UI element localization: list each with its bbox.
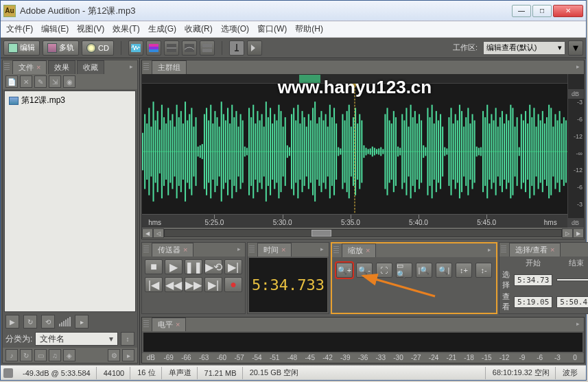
- tab-zoom[interactable]: 缩放×: [342, 243, 376, 257]
- fast-forward-button[interactable]: ▶▶: [185, 277, 202, 292]
- tab-effects[interactable]: 效果: [48, 60, 75, 74]
- menu-options[interactable]: 选项(O): [221, 23, 249, 35]
- menu-window[interactable]: 窗口(W): [257, 23, 287, 35]
- tab-selection-view[interactable]: 选择/查看×: [509, 243, 561, 256]
- tab-levels[interactable]: 电平×: [152, 318, 186, 331]
- show-options-button[interactable]: ⚙: [108, 349, 120, 361]
- minimize-button[interactable]: —: [512, 5, 531, 17]
- menu-generate[interactable]: 生成(G): [148, 23, 176, 35]
- workspace-select[interactable]: 编辑查看(默认): [483, 41, 565, 55]
- workspace-menu-button[interactable]: ▾: [568, 40, 583, 56]
- close-file-button[interactable]: ✕: [20, 75, 32, 88]
- import-file-button[interactable]: 📄: [5, 75, 18, 88]
- time-ruler[interactable]: hms 5:25.0 5:30.0 5:35.0 5:40.0 5:45.0 h…: [142, 214, 567, 228]
- preview-autoplay-button[interactable]: ↻: [23, 315, 37, 329]
- panel-grip-icon[interactable]: [143, 246, 149, 252]
- view-spectral-freq-button[interactable]: [146, 40, 161, 56]
- file-list[interactable]: 第12课.mp3: [4, 91, 136, 312]
- zoom-out-button[interactable]: 🔍-: [356, 263, 373, 278]
- menu-help[interactable]: 帮助(H): [295, 23, 323, 35]
- scroll-right-button[interactable]: ▶: [573, 228, 584, 238]
- view-spectral-pan-button[interactable]: [164, 40, 179, 56]
- close-button[interactable]: ✕: [553, 5, 583, 17]
- preview-volume-slider[interactable]: [59, 317, 71, 326]
- rewind-button[interactable]: ◀◀: [165, 277, 183, 292]
- play-looped-button[interactable]: ▶⟲: [204, 259, 222, 274]
- sort-order-button[interactable]: ↕: [121, 332, 134, 346]
- zoom-vertical-in-button[interactable]: ↕+: [456, 263, 472, 278]
- tab-time[interactable]: 时间×: [257, 243, 292, 256]
- playhead-marker-icon[interactable]: [351, 84, 357, 89]
- play-to-end-button[interactable]: ▶|: [224, 259, 242, 274]
- view-start-field[interactable]: 5:19.05: [514, 296, 552, 308]
- scroll-left-page-button[interactable]: ◁: [153, 228, 164, 238]
- preview-play-button[interactable]: ▶: [5, 315, 19, 329]
- advanced-button[interactable]: ▸: [122, 349, 134, 361]
- menu-file[interactable]: 文件(F): [6, 23, 33, 35]
- go-start-button[interactable]: |◀: [145, 277, 163, 292]
- zoom-in-button[interactable]: 🔍+: [336, 263, 353, 278]
- show-video-button[interactable]: ▭: [34, 349, 47, 361]
- preview-loop-button[interactable]: ⟲: [41, 315, 55, 329]
- view-spectral-phase-button[interactable]: [182, 40, 197, 56]
- show-loop-button[interactable]: ↻: [20, 349, 32, 361]
- mode-edit-button[interactable]: 编辑: [3, 40, 40, 56]
- menu-view[interactable]: 视图(V): [77, 23, 104, 35]
- panel-grip-icon[interactable]: [4, 63, 10, 70]
- insert-multitrack-button[interactable]: ⇲: [49, 75, 61, 88]
- tool-time-select[interactable]: [229, 40, 244, 56]
- panel-menu-icon[interactable]: ▸: [573, 62, 583, 71]
- view-waveform-button[interactable]: [128, 40, 143, 56]
- mode-multitrack-button[interactable]: 多轨: [43, 40, 79, 56]
- tab-files[interactable]: 文件×: [12, 60, 47, 74]
- view-end-field[interactable]: 5:50.41: [556, 296, 588, 308]
- zoom-full-button[interactable]: ⛶: [376, 263, 392, 278]
- panel-grip-icon[interactable]: [249, 246, 255, 252]
- mode-cd-button[interactable]: CD: [82, 40, 114, 56]
- horizontal-scrollbar[interactable]: ◀ ◁ ▷ ▶: [142, 228, 584, 239]
- panel-grip-icon[interactable]: [143, 63, 149, 70]
- selection-start-field[interactable]: 5:34.73: [514, 274, 552, 286]
- panel-menu-icon[interactable]: ▸: [318, 244, 327, 254]
- tab-transport[interactable]: 传送器×: [152, 243, 193, 256]
- tab-main-group[interactable]: 主群组: [152, 60, 187, 74]
- tab-favorites[interactable]: 收藏: [77, 60, 104, 74]
- panel-grip-icon[interactable]: [143, 320, 149, 327]
- zoom-in-right-button[interactable]: 🔍|: [436, 263, 452, 278]
- panel-grip-icon[interactable]: [501, 246, 506, 252]
- preview-options-button[interactable]: ▸: [75, 315, 89, 329]
- waveform-display[interactable]: www.hanyu123.cn hms: [142, 74, 584, 228]
- panel-grip-icon[interactable]: [333, 246, 339, 253]
- stop-button[interactable]: ■: [145, 259, 163, 274]
- menu-favorites[interactable]: 收藏(R): [185, 23, 213, 35]
- selection-end-field[interactable]: [556, 278, 588, 281]
- zoom-in-left-button[interactable]: |🔍: [416, 263, 432, 278]
- record-button[interactable]: ●: [224, 277, 242, 292]
- show-audio-button[interactable]: ♪: [5, 349, 18, 361]
- panel-menu-icon[interactable]: ▸: [234, 244, 244, 254]
- show-markers-button[interactable]: ◈: [63, 349, 75, 361]
- go-end-button[interactable]: ▶|: [204, 277, 222, 292]
- scroll-right-page-button[interactable]: ▷: [562, 228, 573, 238]
- zoom-selection-button[interactable]: ▭🔍: [396, 263, 412, 278]
- menu-edit[interactable]: 编辑(E): [41, 23, 69, 35]
- show-midi-button[interactable]: ♫: [49, 349, 61, 361]
- scroll-thumb[interactable]: [311, 230, 331, 237]
- view-top-bottom-button[interactable]: [200, 40, 215, 56]
- tool-move[interactable]: [247, 40, 262, 56]
- play-button[interactable]: ▶: [165, 259, 183, 274]
- maximize-button[interactable]: □: [532, 5, 552, 17]
- panel-menu-icon[interactable]: ▸: [126, 62, 136, 71]
- panel-menu-icon[interactable]: ▸: [485, 245, 495, 254]
- zoom-vertical-out-button[interactable]: ↕-: [475, 263, 492, 278]
- sort-select[interactable]: 文件名: [35, 332, 118, 346]
- pause-button[interactable]: ❚❚: [185, 259, 202, 274]
- menu-effects[interactable]: 效果(T): [113, 23, 139, 35]
- file-item[interactable]: 第12课.mp3: [8, 94, 132, 107]
- scroll-left-button[interactable]: ◀: [142, 228, 153, 238]
- edit-file-button[interactable]: ✎: [34, 75, 47, 88]
- navigator-strip[interactable]: [142, 74, 567, 84]
- insert-cd-button[interactable]: ◉: [63, 75, 75, 88]
- svg-rect-164: [467, 108, 469, 195]
- panel-menu-icon[interactable]: ▸: [573, 319, 583, 329]
